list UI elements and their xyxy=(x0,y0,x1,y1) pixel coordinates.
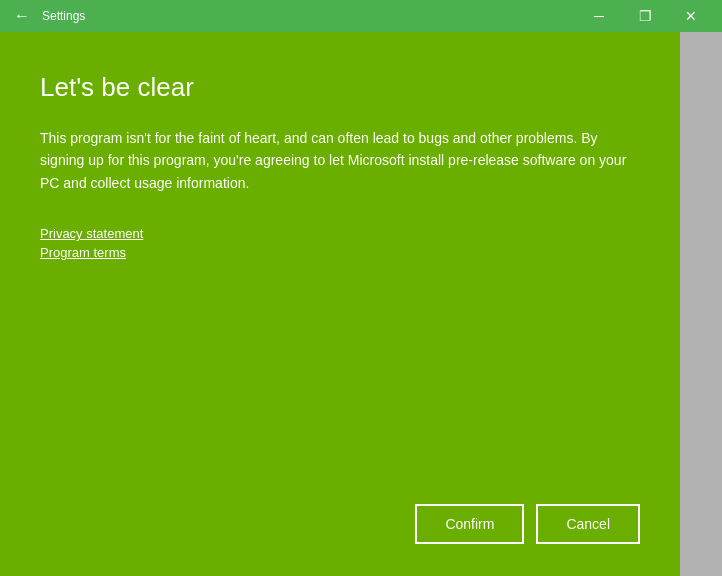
program-terms-link[interactable]: Program terms xyxy=(40,245,640,260)
restore-button[interactable]: ❐ xyxy=(622,0,668,32)
window-controls: ─ ❐ ✕ xyxy=(576,0,714,32)
window-title: Settings xyxy=(42,9,576,23)
restore-icon: ❐ xyxy=(639,8,652,24)
modal-buttons: Confirm Cancel xyxy=(415,504,640,544)
close-icon: ✕ xyxy=(685,8,697,24)
back-icon: ← xyxy=(14,7,30,25)
cancel-button[interactable]: Cancel xyxy=(536,504,640,544)
minimize-icon: ─ xyxy=(594,8,604,24)
confirm-button[interactable]: Confirm xyxy=(415,504,524,544)
title-bar: ← Settings ─ ❐ ✕ xyxy=(0,0,722,32)
minimize-button[interactable]: ─ xyxy=(576,0,622,32)
close-button[interactable]: ✕ xyxy=(668,0,714,32)
modal-dialog: Let's be clear This program isn't for th… xyxy=(0,32,680,576)
modal-title: Let's be clear xyxy=(40,72,640,103)
modal-links: Privacy statement Program terms xyxy=(40,226,640,260)
modal-body: This program isn't for the faint of hear… xyxy=(40,127,640,194)
back-button[interactable]: ← xyxy=(8,2,36,30)
privacy-statement-link[interactable]: Privacy statement xyxy=(40,226,640,241)
